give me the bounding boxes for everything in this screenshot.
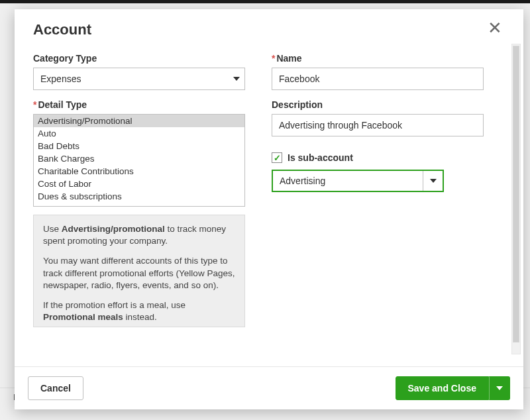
description-label: Description	[272, 99, 484, 110]
modal-title: Account	[33, 21, 91, 38]
sub-account-dropdown-toggle[interactable]	[423, 171, 443, 191]
close-icon: ✕	[488, 18, 502, 38]
detail-type-option[interactable]: Advertising/Promotional	[34, 115, 244, 127]
modal-body: Category Type *Detail Type Advertising/P…	[15, 44, 523, 366]
modal-header: Account ✕	[15, 9, 523, 44]
is-sub-account-checkbox[interactable]	[272, 152, 282, 163]
left-column: Category Type *Detail Type Advertising/P…	[33, 49, 245, 366]
required-star-icon: *	[33, 99, 36, 110]
chevron-down-icon	[430, 179, 437, 183]
help-paragraph: You may want different accounts of this …	[43, 255, 235, 291]
detail-type-listbox[interactable]: Advertising/PromotionalAutoBad DebtsBank…	[33, 114, 245, 207]
sub-account-input[interactable]	[273, 171, 423, 191]
detail-type-option[interactable]: Bad Debts	[34, 140, 244, 152]
help-paragraph: If the promotion effort is a meal, use P…	[43, 299, 235, 323]
required-star-icon: *	[272, 53, 275, 64]
detail-type-option[interactable]: Charitable Contributions	[34, 165, 244, 178]
right-column: *Name Description Is sub-account	[272, 49, 484, 366]
account-modal: Account ✕ Category Type *Detail Type Adv…	[15, 9, 523, 409]
name-input[interactable]	[272, 68, 484, 90]
category-type-label: Category Type	[33, 53, 245, 64]
save-button-group: Save and Close	[396, 376, 511, 400]
modal-footer: Cancel Save and Close	[15, 366, 523, 409]
detail-type-option[interactable]: Entertainment	[34, 203, 244, 207]
help-paragraph: Use Advertising/promotional to track mon…	[43, 223, 235, 247]
category-type-select[interactable]	[33, 68, 245, 90]
detail-type-option[interactable]: Dues & subscriptions	[34, 190, 244, 203]
modal-body-scrollbar[interactable]	[511, 44, 521, 354]
is-sub-account-row: Is sub-account	[272, 152, 484, 163]
cancel-button[interactable]: Cancel	[28, 376, 83, 400]
is-sub-account-label: Is sub-account	[288, 152, 353, 163]
close-button[interactable]: ✕	[485, 21, 505, 34]
save-split-toggle[interactable]	[489, 376, 510, 400]
detail-type-option[interactable]: Bank Charges	[34, 152, 244, 165]
category-type-value[interactable]	[33, 68, 245, 90]
sub-account-select[interactable]	[272, 170, 444, 192]
detail-type-help: Use Advertising/promotional to track mon…	[33, 215, 245, 327]
detail-type-label: *Detail Type	[33, 99, 245, 110]
description-input[interactable]	[272, 114, 484, 136]
scrollbar-thumb[interactable]	[513, 46, 519, 342]
name-label: *Name	[272, 53, 484, 64]
detail-type-option[interactable]: Auto	[34, 127, 244, 140]
detail-type-option[interactable]: Cost of Labor	[34, 178, 244, 190]
save-and-close-button[interactable]: Save and Close	[396, 376, 490, 400]
chevron-down-icon	[496, 386, 503, 390]
